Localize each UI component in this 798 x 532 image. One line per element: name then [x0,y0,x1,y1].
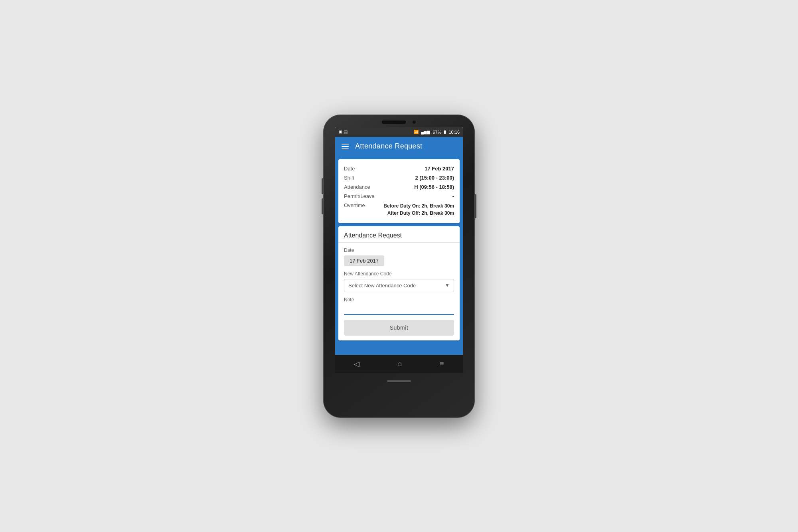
signal-icon: ▄▅▆ [421,130,430,134]
form-card-title: Attendance Request [338,226,460,243]
attendance-code-select-wrapper[interactable]: Select New Attendance Code ▼ [344,279,454,292]
date-value: 17 Feb 2017 [425,166,454,172]
info-row-permit: Permit/Leave - [344,192,454,201]
volume-down-button [322,198,323,214]
home-indicator [387,380,411,382]
form-field-attendance-code: New Attendance Code Select New Attendanc… [344,271,454,292]
shift-label: Shift [344,175,354,181]
date-chip: 17 Feb 2017 [344,255,384,266]
phone-top-bezel [323,115,475,127]
speaker-grille [382,121,406,124]
phone-bottom-nav: ◁ ⌂ ≡ [335,355,463,373]
status-indicators: 📶 ▄▅▆ 67% ▮ 10:16 [414,129,460,134]
form-field-note: Note [344,297,454,315]
status-notifications: ▣ ▤ [338,129,348,134]
attendance-code-label: New Attendance Code [344,271,454,277]
date-label: Date [344,166,355,172]
battery-percent: 67% [433,130,441,134]
form-body: Date 17 Feb 2017 New Attendance Code Sel… [338,243,460,340]
info-card: Date 17 Feb 2017 Shift 2 (15:00 - 23:00)… [338,159,460,223]
hamburger-menu-icon[interactable] [342,144,349,149]
form-date-label: Date [344,247,454,253]
phone-screen: ▣ ▤ 📶 ▄▅▆ 67% ▮ 10:16 Attendance Request [335,127,463,355]
screen-content: Date 17 Feb 2017 Shift 2 (15:00 - 23:00)… [335,156,463,355]
attendance-code-select[interactable]: Select New Attendance Code [344,279,454,292]
back-button[interactable]: ◁ [354,360,359,368]
attendance-value: H (09:56 - 18:58) [414,184,454,190]
volume-up-button [322,178,323,194]
wifi-icon: 📶 [414,130,419,134]
front-camera [412,120,416,124]
submit-button[interactable]: Submit [344,320,454,336]
home-button[interactable]: ⌂ [397,360,402,368]
info-row-date: Date 17 Feb 2017 [344,164,454,173]
info-row-shift: Shift 2 (15:00 - 23:00) [344,173,454,182]
attendance-label: Attendance [344,184,370,190]
form-card: Attendance Request Date 17 Feb 2017 New … [338,226,460,340]
notification-icons: ▣ ▤ [338,129,348,134]
overtime-value: Before Duty On: 2h, Break 30mAfter Duty … [383,202,454,217]
note-input[interactable] [344,305,454,315]
permit-value: - [452,193,454,199]
info-row-attendance: Attendance H (09:56 - 18:58) [344,182,454,192]
recents-button[interactable]: ≡ [440,360,444,368]
shift-value: 2 (15:00 - 23:00) [415,175,454,181]
status-bar: ▣ ▤ 📶 ▄▅▆ 67% ▮ 10:16 [335,127,463,137]
form-field-date: Date 17 Feb 2017 [344,247,454,266]
app-title: Attendance Request [355,142,423,150]
overtime-label: Overtime [344,202,365,208]
note-label: Note [344,297,454,303]
power-button [475,194,476,218]
time-display: 10:16 [448,130,460,134]
phone-bottom-bezel [323,373,475,389]
app-bar: Attendance Request [335,137,463,156]
phone-device: ▣ ▤ 📶 ▄▅▆ 67% ▮ 10:16 Attendance Request [323,115,475,418]
battery-icon: ▮ [444,129,446,134]
info-row-overtime: Overtime Before Duty On: 2h, Break 30mAf… [344,201,454,218]
permit-label: Permit/Leave [344,193,375,199]
